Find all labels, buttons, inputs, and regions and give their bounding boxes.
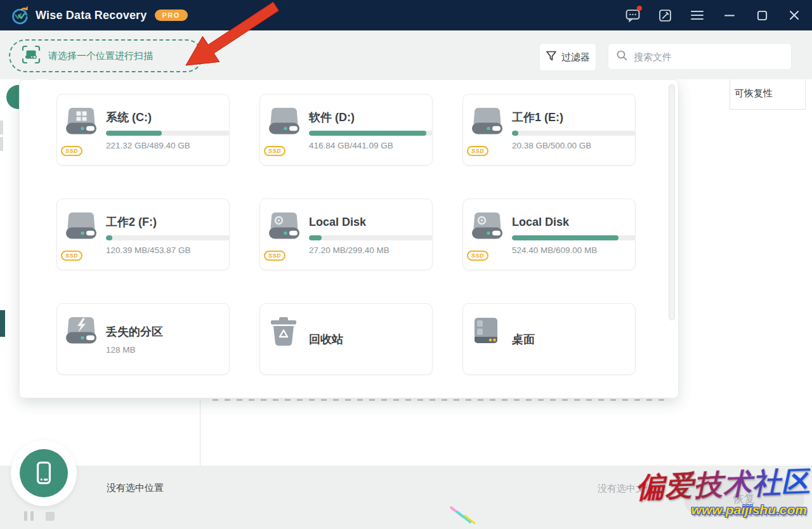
app-title: Wise Data Recovery — [36, 9, 147, 22]
background-fragment — [0, 310, 5, 337]
filter-button[interactable]: 过滤器 — [539, 43, 596, 71]
recoverability-column-header: 可恢复性 — [735, 88, 773, 100]
drive-card[interactable]: SSD 工作1 (E:) 20.38 GB/500.00 GB — [462, 94, 636, 166]
background-fragment — [0, 137, 3, 151]
recycle-bin-icon — [268, 316, 299, 350]
minimize-icon[interactable] — [722, 8, 737, 23]
titlebar: Wise Data Recovery PRO — [0, 0, 812, 30]
drive-card[interactable]: 桌面 — [462, 303, 636, 375]
location-selector-label: 请选择一个位置进行扫描 — [48, 50, 153, 62]
search-box[interactable] — [608, 43, 792, 70]
drive-icon — [268, 107, 300, 138]
drive-card[interactable]: 丢失的分区 128 MB — [56, 303, 230, 375]
drive-usage-bar — [512, 131, 636, 136]
scan-device-circle[interactable] — [11, 440, 77, 506]
drive-capacity: 524.40 MB/609.00 MB — [512, 245, 636, 255]
drive-card[interactable]: SSD 系统 (C:) 221.32 GB/489.40 GB — [56, 94, 230, 166]
drive-icon — [65, 211, 97, 243]
drive-capacity: 27.20 MB/299.40 MB — [309, 245, 433, 255]
stop-button[interactable] — [46, 512, 55, 521]
drive-lightning-icon — [65, 316, 97, 348]
notification-dot — [637, 6, 642, 11]
maximize-icon[interactable] — [754, 8, 769, 23]
drive-name: 丢失的分区 — [106, 323, 229, 340]
drive-name: 工作1 (E:) — [512, 109, 636, 126]
drive-name: 桌面 — [512, 331, 635, 348]
ssd-badge: SSD — [467, 251, 488, 261]
background-fragment — [0, 121, 3, 134]
column-header-underline — [730, 109, 806, 110]
search-input[interactable] — [632, 51, 783, 63]
feedback-edit-icon[interactable] — [657, 8, 672, 23]
filter-button-label: 过滤器 — [561, 51, 590, 63]
recover-button[interactable]: 恢复 — [684, 480, 804, 517]
drive-capacity: 120.39 MB/453.87 GB — [106, 245, 230, 255]
scan-location-icon — [22, 45, 41, 67]
drive-card[interactable]: 回收站 — [259, 303, 433, 375]
recover-button-label: 恢复 — [733, 492, 755, 506]
background-dashed-line — [213, 399, 669, 401]
drive-name: 软件 (D:) — [309, 109, 433, 126]
drive-usage-bar — [106, 131, 230, 136]
drive-capacity: 20.38 GB/500.00 GB — [512, 141, 636, 150]
location-dropdown-panel: SSD 系统 (C:) 221.32 GB/489.40 GB SSD 软件 (… — [19, 79, 679, 398]
drive-logo-icon — [268, 211, 300, 243]
drive-name: 工作2 (F:) — [106, 214, 230, 230]
drive-capacity: 128 MB — [106, 345, 229, 355]
ssd-badge: SSD — [61, 251, 82, 261]
status-no-location: 没有选中位置 — [107, 482, 164, 494]
status-no-files: 没有选中文件 — [598, 483, 655, 495]
search-icon — [616, 49, 627, 63]
ssd-badge: SSD — [467, 146, 488, 156]
pause-button[interactable] — [24, 511, 34, 521]
pro-badge: PRO — [155, 10, 188, 21]
ssd-badge: SSD — [264, 251, 285, 261]
filter-funnel-icon — [546, 50, 557, 64]
drive-usage-bar — [106, 235, 230, 240]
drive-card[interactable]: SSD 工作2 (F:) 120.39 MB/453.87 GB — [56, 199, 230, 270]
drive-card[interactable]: SSD Local Disk 524.40 MB/609.00 MB — [462, 199, 636, 270]
drive-name: 系统 (C:) — [106, 109, 230, 126]
background-vertical-divider — [200, 400, 200, 466]
column-divider — [805, 79, 806, 110]
close-icon[interactable] — [787, 8, 802, 23]
drive-windows-icon — [65, 107, 97, 138]
device-icon — [20, 449, 68, 497]
drive-capacity: 416.84 GB/441.09 GB — [309, 141, 433, 150]
drive-grid: SSD 系统 (C:) 221.32 GB/489.40 GB SSD 软件 (… — [56, 94, 636, 375]
location-selector[interactable]: 请选择一个位置进行扫描 — [9, 39, 203, 72]
scrollbar-thumb[interactable] — [669, 84, 675, 320]
app-logo-icon — [10, 6, 29, 25]
drive-usage-bar — [309, 131, 433, 136]
drive-logo-icon — [471, 211, 503, 243]
drive-icon — [471, 107, 503, 138]
drive-usage-bar — [309, 235, 433, 240]
drive-capacity: 221.32 GB/489.40 GB — [106, 141, 230, 150]
drive-name: 回收站 — [309, 331, 432, 348]
drive-name: Local Disk — [512, 214, 636, 230]
menu-icon[interactable] — [690, 8, 705, 23]
ssd-badge: SSD — [61, 146, 82, 156]
drive-name: Local Disk — [309, 214, 433, 230]
messages-icon[interactable] — [625, 8, 640, 23]
drive-usage-bar — [512, 235, 636, 240]
desktop-icon — [471, 316, 501, 348]
drive-card[interactable]: SSD 软件 (D:) 416.84 GB/441.09 GB — [259, 94, 433, 166]
drive-card[interactable]: SSD Local Disk 27.20 MB/299.40 MB — [259, 199, 433, 270]
column-divider — [730, 79, 730, 110]
ssd-badge: SSD — [264, 146, 285, 156]
